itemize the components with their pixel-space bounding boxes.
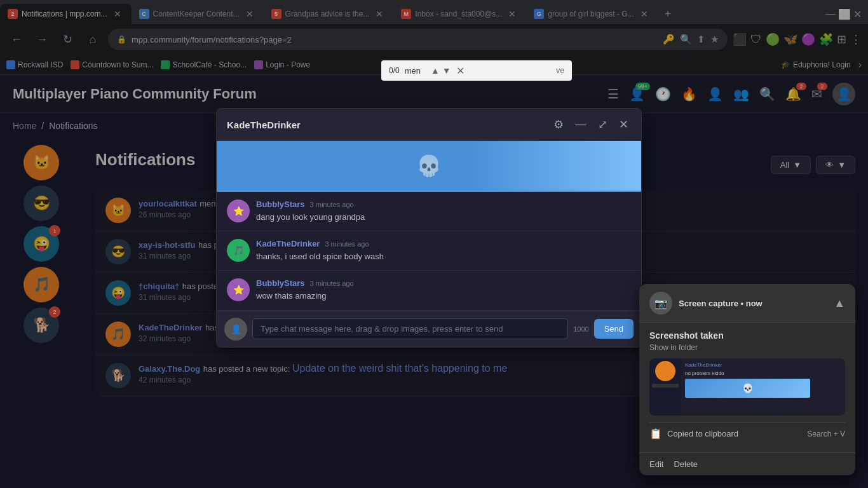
chat-msg-username-2: KadeTheDrinker [256, 239, 320, 248]
screenshot-thumbnail[interactable]: KadeTheDrinker no problem kiddo 💀 [649, 358, 845, 416]
chat-modal-header: KadeTheDrinker ⚙ — ⤢ ✕ [217, 109, 641, 141]
screenshot-header-text: Screen capture • now [679, 299, 834, 308]
chat-input-area: 👤 1000 Send [217, 311, 641, 347]
chat-msg-content-2: KadeTheDrinker 3 minutes ago thanks, i u… [256, 239, 631, 262]
chat-msg-time-1: 3 minutes ago [310, 201, 354, 208]
chat-msg-header-1: BubblyStars 3 minutes ago [256, 200, 631, 209]
thumb-username: KadeTheDrinker [685, 362, 841, 368]
thumb-text-1 [652, 384, 679, 388]
chat-msg-username-3: BubblyStars [256, 278, 305, 288]
screenshot-popup-header: 📷 Screen capture • now ▲ [639, 284, 855, 323]
chat-msg-avatar-2: 🎵 [227, 239, 250, 262]
screenshot-edit-button[interactable]: Edit [649, 459, 663, 469]
chat-modal-actions: ⚙ — ⤢ ✕ [551, 115, 631, 134]
clipboard-icon: 📋 [649, 428, 662, 440]
search-query-display: men [405, 66, 421, 76]
screenshot-camera-icon: 📷 [649, 292, 672, 315]
screenshot-thumb-left [649, 358, 681, 416]
chat-msg-text-2: thanks, i used old spice body wash [256, 251, 631, 262]
chat-close-button[interactable]: ✕ [616, 115, 631, 134]
clipboard-shortcut: Search + V [807, 430, 845, 438]
screenshot-clipboard-row: 📋 Copied to clipboard Search + V [649, 422, 845, 445]
search-next-button[interactable]: ▼ [442, 65, 451, 76]
chat-msg-username-1: BubblyStars [256, 200, 305, 209]
chat-msg-content-3: BubblyStars 3 minutes ago wow thats amaz… [256, 278, 631, 302]
thumb-skeleton-icon: 💀 [742, 383, 753, 393]
clipboard-text: Copied to clipboard [667, 429, 802, 438]
chat-settings-button[interactable]: ⚙ [551, 115, 566, 134]
screenshot-taken-label: Screenshot taken [649, 330, 845, 341]
chat-modal: KadeTheDrinker ⚙ — ⤢ ✕ 💀 ⭐ BubblyStars 3… [216, 108, 642, 348]
chat-msg-avatar-1: ⭐ [227, 200, 250, 222]
screenshot-popup-footer: Edit Delete [639, 452, 855, 475]
chat-message-3: ⭐ BubblyStars 3 minutes ago wow thats am… [217, 271, 641, 310]
screenshot-popup-body: Screenshot taken Show in folder KadeTheD… [639, 323, 855, 452]
search-close-button[interactable]: ✕ [456, 65, 465, 77]
tab-search-bar: 0/0 men ▲ ▼ ✕ ve [381, 60, 572, 81]
chat-body: 💀 ⭐ BubblyStars 3 minutes ago dang you l… [217, 141, 641, 311]
screenshot-popup-title: Screen capture • now [679, 299, 834, 308]
screenshot-delete-button[interactable]: Delete [674, 459, 698, 469]
chat-msg-text-3: wow thats amazing [256, 290, 631, 302]
chat-user-avatar: 👤 [224, 318, 247, 341]
search-extra-label: ve [556, 66, 564, 75]
chat-msg-time-2: 3 minutes ago [325, 240, 369, 248]
chat-send-button[interactable]: Send [594, 319, 634, 339]
chat-message-2: 🎵 KadeTheDrinker 3 minutes ago thanks, i… [217, 231, 641, 271]
chat-msg-text-1: dang you look young grandpa [256, 212, 631, 223]
search-navigation: ▲ ▼ [431, 65, 451, 76]
chat-msg-header-3: BubblyStars 3 minutes ago [256, 278, 631, 288]
chat-msg-avatar-3: ⭐ [227, 278, 250, 301]
screenshot-thumb-inner: KadeTheDrinker no problem kiddo 💀 [649, 358, 845, 416]
thumb-avatar [655, 361, 675, 381]
chat-msg-content-1: BubblyStars 3 minutes ago dang you look … [256, 200, 631, 223]
search-result-count: 0/0 [389, 66, 400, 75]
screenshot-thumb-chat: KadeTheDrinker no problem kiddo 💀 [681, 358, 845, 416]
chat-minimize-button[interactable]: — [573, 115, 589, 134]
chat-banner-skeleton-icon: 💀 [416, 154, 442, 178]
chat-message-1: ⭐ BubblyStars 3 minutes ago dang you loo… [217, 192, 641, 231]
screenshot-thumb-bg: KadeTheDrinker no problem kiddo 💀 [649, 358, 845, 416]
thumb-msg: no problem kiddo [685, 370, 841, 376]
char-count-display: 1000 [573, 325, 588, 333]
chat-modal-title: KadeTheDrinker [227, 119, 551, 130]
chat-banner-image: 💀 [217, 141, 641, 191]
screenshot-popup: 📷 Screen capture • now ▲ Screenshot take… [639, 284, 855, 475]
chat-msg-header-2: KadeTheDrinker 3 minutes ago [256, 239, 631, 248]
search-prev-button[interactable]: ▲ [431, 65, 440, 76]
chat-message-input[interactable] [252, 318, 568, 339]
screenshot-show-folder-link[interactable]: Show in folder [649, 343, 845, 352]
chat-msg-time-3: 3 minutes ago [310, 280, 354, 287]
chat-expand-button[interactable]: ⤢ [595, 115, 610, 134]
screenshot-collapse-button[interactable]: ▲ [834, 297, 845, 310]
thumb-image: 💀 [685, 379, 810, 398]
chat-image-banner: 💀 [217, 141, 641, 192]
